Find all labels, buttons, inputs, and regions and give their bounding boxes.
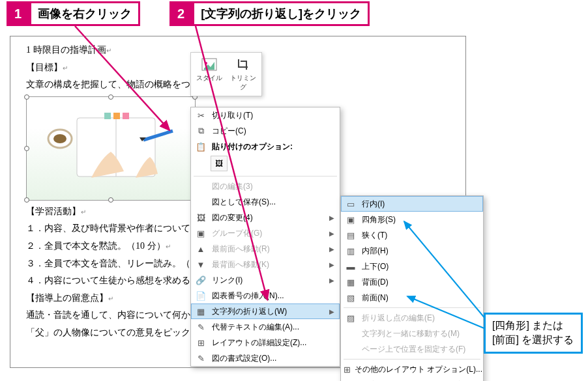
wrap-tight[interactable]: ▤ 狭く(T)	[341, 227, 483, 243]
edit-wrap-points-icon: ▨	[344, 312, 358, 324]
wrap-front-icon: ▧	[344, 292, 358, 303]
paste-icon: 📋	[194, 141, 208, 152]
wrap-inline-icon: ▭	[344, 198, 358, 210]
wrap-move-with-text: 文字列と一緒に移動する(M)	[341, 326, 483, 341]
menu-text-wrapping[interactable]: ▦ 文字列の折り返し(W) ▶	[191, 303, 340, 319]
chevron-right-icon: ▶	[329, 277, 334, 284]
menu-save-as-picture[interactable]: 図として保存(S)...	[191, 194, 340, 210]
menu-edit-picture: 図の編集(3)	[191, 178, 340, 194]
svg-point-14	[205, 62, 207, 64]
wrap-square[interactable]: ▣ 四角形(S)	[341, 212, 483, 227]
change-picture-icon: 🖼	[194, 212, 208, 223]
layout-icon: ⊞	[194, 337, 208, 348]
paste-option-1[interactable]: 🖼	[211, 156, 228, 171]
callout-2: 2 [文字列の折り返し]をクリック	[169, 1, 370, 26]
wrap-inline[interactable]: ▭ 行内(I)	[341, 196, 483, 212]
style-label: スタイル	[196, 74, 222, 81]
wrap-top-bottom[interactable]: ▬ 上下(O)	[341, 259, 483, 274]
wrap-topbottom-icon: ▬	[344, 261, 358, 272]
selected-image[interactable]	[26, 96, 196, 201]
callout-2-number: 2	[169, 1, 192, 26]
callout-3: [四角形] または[前面] を選択する	[484, 313, 583, 354]
crop-label: トリミング	[230, 74, 256, 91]
callout-1: 1 画像を右クリック	[7, 1, 140, 26]
notebook-illustration	[46, 106, 176, 191]
cut-icon: ✂	[194, 109, 208, 121]
menu-bring-front: ▲ 最前面へ移動(R) ▶	[191, 241, 340, 257]
link-icon: 🔗	[194, 274, 208, 286]
callout-1-number: 1	[7, 1, 29, 26]
more-layout-icon: ⊞	[344, 363, 351, 375]
wrap-through-icon: ▥	[344, 245, 358, 257]
picture-style-icon	[200, 57, 218, 72]
menu-alt-text[interactable]: ✎ 代替テキストの編集(A)...	[191, 319, 340, 335]
caption-icon: 📄	[194, 290, 208, 302]
send-back-icon: ▼	[194, 259, 208, 270]
wrap-set-default[interactable]: 既定のレイアウトとして設定(A)	[341, 377, 483, 381]
wrap-text-icon: ▦	[194, 305, 208, 317]
menu-link[interactable]: 🔗 リンク(I) ▶	[191, 272, 340, 288]
chevron-right-icon: ▶	[329, 261, 334, 268]
context-menu-main: ✂ 切り取り(T) ⧉ コピー(C) 📋 貼り付けのオプション: 🖼 図の編集(…	[190, 107, 340, 367]
menu-copy[interactable]: ⧉ コピー(C)	[191, 123, 340, 139]
format-picture-icon: ✎	[194, 352, 208, 364]
callout-2-text: [文字列の折り返し]をクリック	[192, 1, 370, 26]
menu-group: ▣ グループ化(G) ▶	[191, 225, 340, 241]
paste-options-row: 🖼	[191, 154, 340, 174]
wrap-square-icon: ▣	[344, 214, 358, 225]
bring-front-icon: ▲	[194, 243, 208, 255]
wrap-fix-position: ページ上で位置を固定する(F)	[341, 341, 483, 357]
chevron-right-icon: ▶	[329, 308, 334, 315]
crop-icon	[234, 57, 252, 72]
wrap-more-options[interactable]: ⊞ その他のレイアウト オプション(L)...	[341, 361, 483, 377]
wrap-behind[interactable]: ▦ 背面(D)	[341, 274, 483, 290]
mini-toolbar: スタイル トリミング	[190, 52, 262, 96]
svg-rect-8	[104, 113, 111, 119]
wrap-tight-icon: ▤	[344, 229, 358, 241]
chevron-right-icon: ▶	[329, 214, 334, 221]
menu-format-picture[interactable]: ✎ 図の書式設定(O)...	[191, 350, 340, 366]
svg-point-5	[53, 134, 66, 143]
copy-icon: ⧉	[194, 125, 208, 137]
context-submenu-wrap: ▭ 行内(I) ▣ 四角形(S) ▤ 狭く(T) ▥ 内部(H) ▬ 上下(O)…	[340, 195, 484, 381]
svg-rect-9	[113, 113, 120, 119]
wrap-behind-icon: ▦	[344, 276, 358, 288]
alt-text-icon: ✎	[194, 321, 208, 333]
callout-3-text: [四角形] または[前面] を選択する	[492, 320, 574, 345]
svg-rect-10	[123, 113, 129, 119]
menu-paste-header: 📋 貼り付けのオプション:	[191, 139, 340, 154]
callout-1-text: 画像を右クリック	[29, 1, 140, 26]
wrap-edit-points: ▨ 折り返し点の編集(E)	[341, 310, 483, 326]
chevron-right-icon: ▶	[329, 246, 334, 253]
chevron-right-icon: ▶	[329, 230, 334, 237]
wrap-through[interactable]: ▥ 内部(H)	[341, 243, 483, 259]
menu-change-picture[interactable]: 🖼 図の変更(4) ▶	[191, 210, 340, 225]
style-button[interactable]: スタイル	[195, 57, 224, 92]
menu-send-back: ▼ 最背面へ移動(K) ▶	[191, 257, 340, 272]
menu-insert-caption[interactable]: 📄 図表番号の挿入(N)...	[191, 288, 340, 303]
group-icon: ▣	[194, 227, 208, 239]
menu-cut[interactable]: ✂ 切り取り(T)	[191, 107, 340, 123]
wrap-front[interactable]: ▧ 前面(N)	[341, 290, 483, 305]
crop-button[interactable]: トリミング	[229, 57, 257, 92]
menu-layout-detail[interactable]: ⊞ レイアウトの詳細設定(Z)...	[191, 335, 340, 350]
